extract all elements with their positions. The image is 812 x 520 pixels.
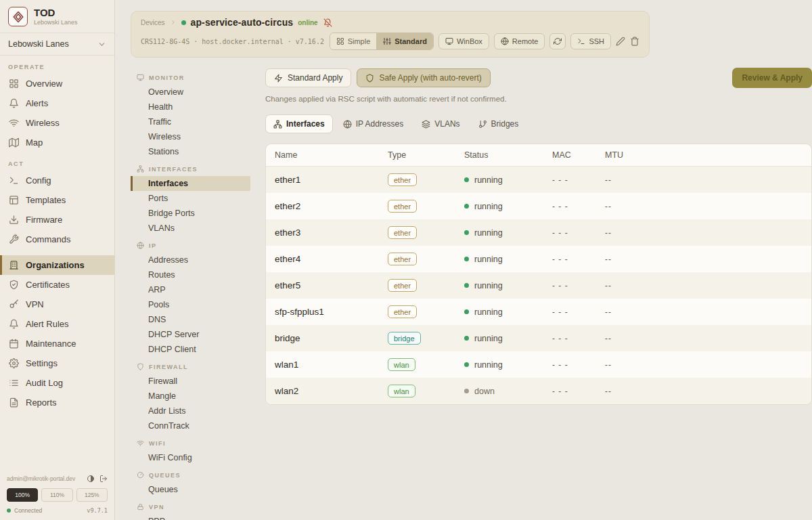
edit-device-icon[interactable] (616, 37, 625, 46)
table-row-ether1[interactable]: ether1 ether running - - - -- (266, 167, 811, 193)
sidebar-item-alerts[interactable]: Alerts (0, 93, 114, 113)
remote-button[interactable]: Remote (494, 33, 545, 49)
org-selector[interactable]: Lebowski Lanes (0, 33, 114, 56)
zoom-controls: 100%110%125% (7, 488, 108, 502)
zoom-100[interactable]: 100% (7, 488, 38, 502)
wrench-icon (9, 234, 19, 244)
app-root: TOD Lebowski Lanes Lebowski Lanes OPERAT… (0, 0, 812, 520)
safe-apply-button[interactable]: Safe Apply (with auto-revert) (357, 68, 490, 87)
monitor-icon (137, 74, 144, 81)
device-nav-item-ports[interactable]: Ports (131, 191, 250, 206)
device-nav-item-bridge-ports[interactable]: Bridge Ports (131, 206, 250, 221)
device-nav-item-interfaces[interactable]: Interfaces (131, 176, 250, 191)
app-version: v9.7.1 (87, 507, 108, 514)
zoom-125[interactable]: 125% (76, 488, 108, 502)
view-mode-simple[interactable]: Simple (330, 33, 377, 49)
sidebar-item-reports[interactable]: Reports (0, 393, 114, 412)
table-row-ether2[interactable]: ether2 ether running - - - -- (266, 193, 811, 219)
map-icon (9, 137, 19, 148)
type-badge: ether (388, 253, 417, 265)
breadcrumb-devices[interactable]: Devices (141, 19, 165, 26)
standard-apply-button[interactable]: Standard Apply (265, 68, 351, 87)
sidebar-item-map[interactable]: Map (0, 133, 114, 152)
globe-icon (343, 120, 352, 129)
mtu-value: -- (596, 307, 811, 317)
table-row-wlan2[interactable]: wlan2 wlan down - - - -- (266, 378, 811, 404)
logout-icon[interactable] (99, 475, 108, 483)
device-nav-item-dns[interactable]: DNS (131, 312, 250, 327)
brand-org: Lebowski Lanes (34, 19, 78, 26)
tab-ip-addresses[interactable]: IP Addresses (335, 114, 412, 133)
table-row-ether4[interactable]: ether4 ether running - - - -- (266, 246, 811, 272)
sidebar-item-wireless[interactable]: Wireless (0, 113, 114, 133)
device-nav-item-firewall[interactable]: Firewall (131, 374, 250, 389)
device-nav-item-traffic[interactable]: Traffic (131, 114, 250, 129)
refresh-button[interactable] (549, 33, 566, 49)
apply-row: Standard Apply Safe Apply (with auto-rev… (265, 68, 812, 88)
table-row-wlan1[interactable]: wlan1 wlan running - - - -- (266, 351, 811, 378)
sidebar-item-alert-rules[interactable]: Alert Rules (0, 314, 114, 334)
sidebar-item-overview[interactable]: Overview (0, 74, 114, 93)
mtu-value: -- (596, 175, 811, 185)
device-nav-item-dhcp-client[interactable]: DHCP Client (131, 342, 250, 357)
tab-bridges[interactable]: Bridges (470, 114, 527, 133)
device-nav-item-pools[interactable]: Pools (131, 297, 250, 312)
table-row-ether3[interactable]: ether3 ether running - - - -- (266, 219, 811, 246)
sidebar-item-audit-log[interactable]: Audit Log (0, 373, 114, 393)
sidebar-item-commands[interactable]: Commands (0, 230, 114, 249)
type-badge: wlan (388, 385, 415, 397)
zoom-110[interactable]: 110% (41, 488, 72, 502)
brand-name: TOD (34, 7, 78, 19)
sidebar-item-vpn[interactable]: VPN (0, 295, 114, 314)
device-nav-item-ppp[interactable]: PPP (131, 514, 250, 520)
theme-toggle-icon[interactable] (87, 475, 95, 483)
mtu-value: -- (596, 202, 811, 211)
calendar-icon (9, 339, 19, 349)
sidebar-item-settings[interactable]: Settings (0, 353, 114, 373)
delete-device-icon[interactable] (630, 37, 639, 46)
view-mode-standard[interactable]: Standard (376, 33, 433, 49)
tab-vlans[interactable]: VLANs (413, 114, 468, 133)
device-nav-item-health[interactable]: Health (131, 100, 250, 114)
sidebar-item-certificates[interactable]: Certificates (0, 275, 114, 295)
device-nav-item-addr-lists[interactable]: Addr Lists (131, 404, 250, 418)
mac-value: - - - (543, 307, 596, 317)
device-nav-item-routes[interactable]: Routes (131, 267, 250, 282)
status-label: running (474, 281, 503, 290)
wifi-icon (9, 118, 19, 128)
status-label: running (474, 228, 503, 238)
sidebar-item-firmware[interactable]: Firmware (0, 210, 114, 230)
device-nav-item-mangle[interactable]: Mangle (131, 389, 250, 404)
status-label: running (474, 307, 503, 317)
winbox-button[interactable]: WinBox (438, 33, 489, 49)
sidebar-item-maintenance[interactable]: Maintenance (0, 334, 114, 353)
ssh-button[interactable]: SSH (570, 33, 611, 49)
device-nav-item-stations[interactable]: Stations (131, 144, 250, 159)
status-dot (464, 336, 469, 341)
type-badge: bridge (388, 332, 421, 345)
device-nav-item-conntrack[interactable]: ConnTrack (131, 418, 250, 433)
device-nav-item-wireless[interactable]: Wireless (131, 129, 250, 144)
col-mtu: MTU (596, 150, 811, 160)
table-row-ether5[interactable]: ether5 ether running - - - -- (266, 272, 811, 299)
device-nav-item-vlans[interactable]: VLANs (131, 221, 250, 236)
status-cell: running (455, 360, 543, 370)
table-row-sfp-sfpplus1[interactable]: sfp-sfpplus1 ether running - - - -- (266, 299, 811, 325)
device-nav-item-arp[interactable]: ARP (131, 282, 250, 297)
status-label: running (474, 334, 503, 343)
sidebar-item-config[interactable]: Config (0, 171, 114, 190)
device-nav-item-wifi-config[interactable]: WiFi Config (131, 450, 250, 465)
sidebar-item-templates[interactable]: Templates (0, 190, 114, 210)
sidebar-item-organizations[interactable]: Organizations (0, 255, 114, 275)
type-badge: ether (388, 305, 417, 318)
device-nav-item-overview[interactable]: Overview (131, 85, 250, 100)
review-apply-button[interactable]: Review & Apply (732, 68, 812, 88)
tab-interfaces[interactable]: Interfaces (265, 114, 333, 133)
device-nav-item-queues[interactable]: Queues (131, 482, 250, 497)
device-nav-item-dhcp-server[interactable]: DHCP Server (131, 327, 250, 342)
table-row-bridge[interactable]: bridge bridge running - - - -- (266, 325, 811, 351)
status-cell: down (455, 387, 543, 396)
device-nav-item-addresses[interactable]: Addresses (131, 253, 250, 267)
table-body: ether1 ether running - - - -- ether2 eth… (266, 167, 811, 404)
bell-off-icon[interactable] (323, 18, 332, 27)
